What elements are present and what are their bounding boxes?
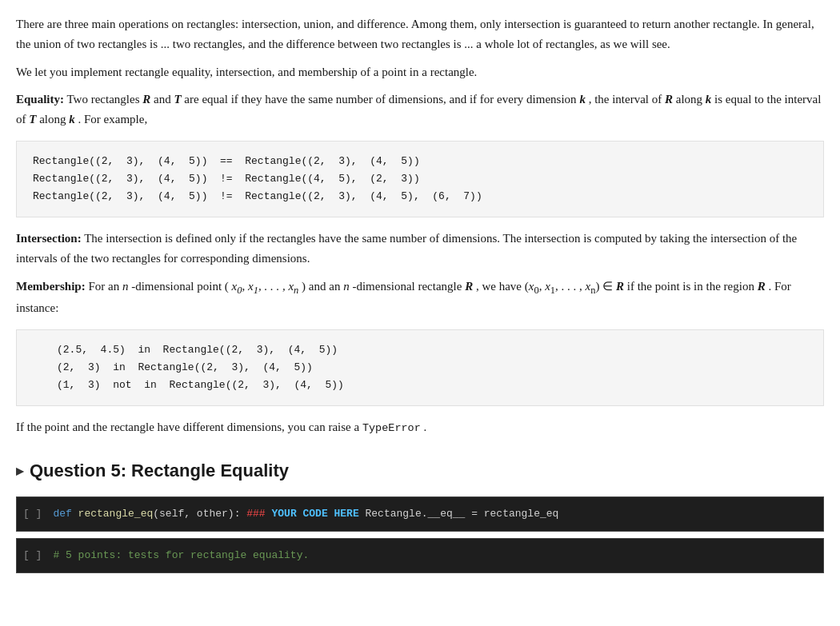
collapse-arrow[interactable]: ▸: [16, 460, 23, 483]
intersection-label: Intersection:: [16, 232, 82, 245]
cell-1-content[interactable]: def rectangle_eq(self, other): ### YOUR …: [50, 505, 823, 523]
code-cell-1[interactable]: [ ] def rectangle_eq(self, other): ### Y…: [16, 496, 824, 532]
question5-heading: ▸ Question 5: Rectangle Equality: [16, 457, 824, 484]
intro-paragraph2: We let you implement rectangle equality,…: [16, 62, 824, 82]
membership-label: Membership:: [16, 280, 86, 293]
cell-1-bracket: [ ]: [23, 508, 42, 520]
function-args: (self, other):: [153, 508, 240, 520]
question5-title: Question 5: Rectangle Equality: [30, 457, 289, 484]
hash-comment: ###: [246, 508, 265, 520]
cell-2-bracket: [ ]: [23, 549, 42, 561]
intersection-paragraph: Intersection: The intersection is define…: [16, 229, 824, 269]
def-keyword: def: [53, 508, 71, 520]
type-error-code: TypeError: [362, 422, 421, 434]
type-error-paragraph: If the point and the rectangle have diff…: [16, 417, 824, 437]
equality-label: Equality:: [16, 93, 64, 106]
assignment-line: Rectangle.__eq__ = rectangle_eq: [366, 508, 559, 520]
equality-code-block: Rectangle((2, 3), (4, 5)) == Rectangle((…: [16, 141, 824, 217]
membership-paragraph: Membership: For an n -dimensional point …: [16, 277, 824, 318]
code-cell-2[interactable]: [ ] # 5 points: tests for rectangle equa…: [16, 538, 824, 573]
membership-code-block: (2.5, 4.5) in Rectangle((2, 3), (4, 5)) …: [16, 329, 824, 406]
cell-2-content[interactable]: # 5 points: tests for rectangle equality…: [50, 547, 823, 564]
cell-2-gutter: [ ]: [17, 547, 50, 564]
cell-1-gutter: [ ]: [17, 505, 50, 523]
equality-paragraph: Equality: Two rectangles R and T are equ…: [16, 90, 824, 130]
test-comment: # 5 points: tests for rectangle equality…: [53, 549, 309, 561]
intro-paragraph1: There are three main operations on recta…: [16, 14, 824, 54]
your-code-placeholder: YOUR CODE HERE: [266, 508, 359, 520]
function-name: rectangle_eq: [72, 508, 153, 520]
